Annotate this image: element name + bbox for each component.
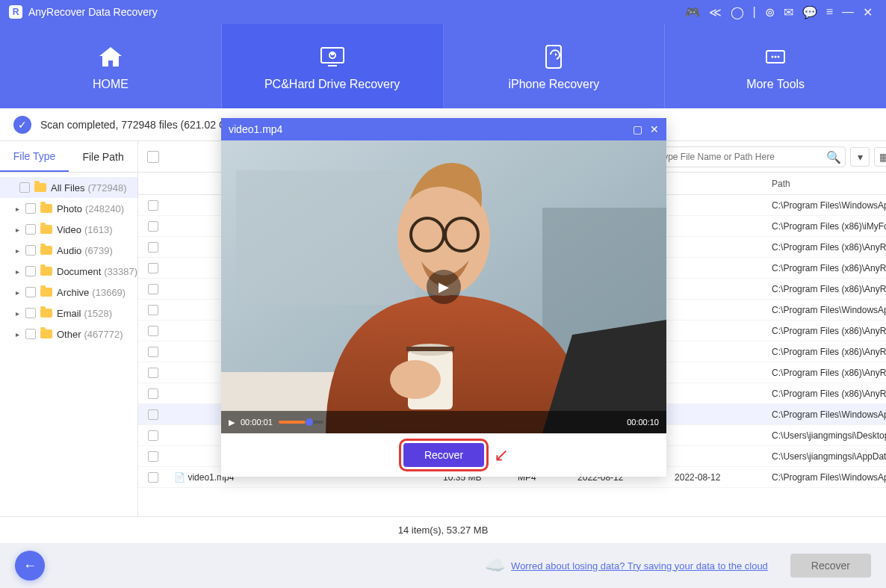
row-checkbox[interactable] bbox=[148, 368, 158, 378]
nav-more[interactable]: More Tools bbox=[665, 24, 886, 108]
row-checkbox[interactable] bbox=[148, 305, 158, 315]
tree-item-email[interactable]: ▸Email (1528) bbox=[0, 303, 137, 324]
feedback-icon[interactable]: 💬 bbox=[802, 5, 817, 19]
row-checkbox[interactable] bbox=[148, 242, 158, 253]
chevron-right-icon[interactable]: ▸ bbox=[13, 247, 21, 255]
tree-item-other[interactable]: ▸Other (467772) bbox=[0, 324, 137, 344]
recover-button[interactable]: Recover bbox=[790, 554, 871, 578]
back-button[interactable]: ← bbox=[15, 551, 45, 581]
chevron-right-icon[interactable]: ▸ bbox=[13, 226, 21, 234]
close-icon[interactable]: ✕ bbox=[863, 5, 873, 19]
row-checkbox[interactable] bbox=[148, 389, 158, 399]
row-path: C:\Program Files (x86)\AnyRecove... bbox=[766, 326, 886, 336]
checkbox[interactable] bbox=[25, 224, 36, 235]
sidebar: File Type File Path All Files (772948) ▸… bbox=[0, 141, 138, 516]
row-path: C:\Program Files (x86)\AnyRecove... bbox=[766, 368, 886, 378]
nav-tabs: HOME PC&Hard Drive Recovery iPhone Recov… bbox=[0, 24, 886, 108]
tree-item-photo[interactable]: ▸Photo (248240) bbox=[0, 198, 137, 219]
tab-file-path[interactable]: File Path bbox=[69, 141, 137, 172]
more-icon bbox=[760, 42, 790, 72]
svg-point-6 bbox=[772, 55, 774, 58]
settings-icon[interactable]: ⊚ bbox=[765, 5, 775, 19]
cloud-link[interactable]: Worred about losing data? Try saving you… bbox=[511, 560, 768, 572]
user-icon[interactable]: ◯ bbox=[731, 5, 744, 19]
nav-home-label: HOME bbox=[93, 78, 128, 91]
row-checkbox[interactable] bbox=[148, 284, 158, 294]
checkbox[interactable] bbox=[25, 308, 36, 318]
preview-recover-button[interactable]: Recover bbox=[403, 443, 484, 467]
checkbox[interactable] bbox=[25, 203, 36, 214]
col-path[interactable]: Path◇ bbox=[766, 179, 886, 189]
chevron-right-icon[interactable]: ▸ bbox=[13, 288, 21, 297]
tree-count: (33387) bbox=[104, 266, 137, 277]
checkbox[interactable] bbox=[25, 245, 36, 256]
checkbox[interactable] bbox=[19, 182, 30, 193]
tree-label: Other bbox=[57, 329, 81, 340]
row-checkbox[interactable] bbox=[148, 200, 158, 211]
tree-item-document[interactable]: ▸Document (33387) bbox=[0, 261, 137, 282]
row-checkbox[interactable] bbox=[148, 221, 158, 232]
row-checkbox[interactable] bbox=[148, 451, 158, 462]
row-checkbox[interactable] bbox=[148, 472, 158, 483]
tab-file-type[interactable]: File Type bbox=[0, 141, 69, 172]
tree-all-files[interactable]: All Files (772948) bbox=[0, 177, 137, 198]
tree-label: Audio bbox=[57, 245, 81, 256]
home-icon bbox=[96, 42, 126, 72]
select-all-checkbox[interactable] bbox=[147, 151, 159, 163]
preview-title: video1.mp4 bbox=[229, 123, 282, 135]
tree-item-audio[interactable]: ▸Audio (6739) bbox=[0, 240, 137, 261]
svg-rect-3 bbox=[331, 52, 334, 55]
footer: ← ☁️ Worred about losing data? Try savin… bbox=[0, 543, 886, 588]
menu-icon[interactable]: ≡ bbox=[826, 5, 833, 19]
mail-icon[interactable]: ✉ bbox=[784, 5, 793, 19]
checkbox[interactable] bbox=[25, 329, 36, 339]
search-input[interactable] bbox=[651, 146, 846, 167]
filter-button[interactable]: ▾ bbox=[850, 147, 870, 167]
row-path: C:\Program Files (x86)\AnyRecove... bbox=[766, 284, 886, 294]
preview-close-icon[interactable]: ✕ bbox=[650, 123, 659, 135]
play-overlay-icon[interactable]: ▶ bbox=[427, 270, 461, 304]
row-checkbox[interactable] bbox=[148, 409, 158, 420]
nav-home[interactable]: HOME bbox=[0, 24, 222, 108]
search-icon[interactable]: 🔍 bbox=[826, 150, 841, 164]
row-path: C:\Program Files (x86)\AnyRecove... bbox=[766, 242, 886, 253]
row-checkbox[interactable] bbox=[148, 326, 158, 336]
nav-iphone[interactable]: iPhone Recovery bbox=[444, 24, 666, 108]
progress-handle[interactable] bbox=[306, 418, 313, 426]
progress-bar[interactable] bbox=[279, 421, 323, 424]
tree-count: (772948) bbox=[88, 182, 127, 194]
chevron-right-icon[interactable]: ▸ bbox=[13, 309, 21, 318]
preview-maximize-icon[interactable]: ▢ bbox=[633, 123, 642, 135]
checkbox[interactable] bbox=[25, 266, 36, 276]
chevron-right-icon[interactable]: ▸ bbox=[13, 267, 21, 276]
discord-icon[interactable]: 🎮 bbox=[685, 5, 700, 19]
preview-video[interactable]: ▶ ▶ 00:00:01 00:00:10 bbox=[221, 140, 666, 433]
row-path: C:\Program Files\WindowsApps\A... bbox=[766, 305, 886, 315]
row-checkbox[interactable] bbox=[148, 347, 158, 357]
tree-item-archive[interactable]: ▸Archive (13669) bbox=[0, 282, 137, 303]
tree-count: (6739) bbox=[84, 245, 113, 256]
minimize-icon[interactable]: — bbox=[842, 5, 854, 19]
tree-item-video[interactable]: ▸Video (1613) bbox=[0, 219, 137, 240]
share-icon[interactable]: ≪ bbox=[709, 5, 722, 19]
tree-label: Email bbox=[57, 308, 81, 319]
svg-rect-1 bbox=[328, 65, 337, 66]
chevron-right-icon[interactable]: ▸ bbox=[13, 205, 21, 213]
file-type-tree: All Files (772948) ▸Photo (248240)▸Video… bbox=[0, 173, 137, 516]
status-text: Scan completed, 772948 files (621.02 GB) bbox=[40, 119, 238, 131]
row-checkbox[interactable] bbox=[148, 263, 158, 273]
svg-point-7 bbox=[775, 55, 777, 58]
folder-icon bbox=[40, 267, 52, 276]
play-button-icon[interactable]: ▶ bbox=[229, 418, 235, 427]
chevron-right-icon[interactable]: ▸ bbox=[13, 330, 21, 338]
nav-pcdrive[interactable]: PC&Hard Drive Recovery bbox=[222, 24, 444, 108]
annotation-arrow-icon: ↙ bbox=[494, 445, 509, 465]
row-checkbox[interactable] bbox=[148, 430, 158, 441]
grid-view-button[interactable]: ▦ bbox=[874, 147, 886, 167]
preview-footer: Recover ↙ bbox=[221, 433, 666, 477]
preview-dialog: video1.mp4 ▢ ✕ bbox=[221, 118, 666, 477]
tree-label: Video bbox=[57, 224, 81, 235]
checkbox[interactable] bbox=[25, 287, 36, 297]
check-icon: ✓ bbox=[13, 116, 31, 134]
row-path: C:\Program Files\WindowsApps\A... bbox=[766, 200, 886, 211]
